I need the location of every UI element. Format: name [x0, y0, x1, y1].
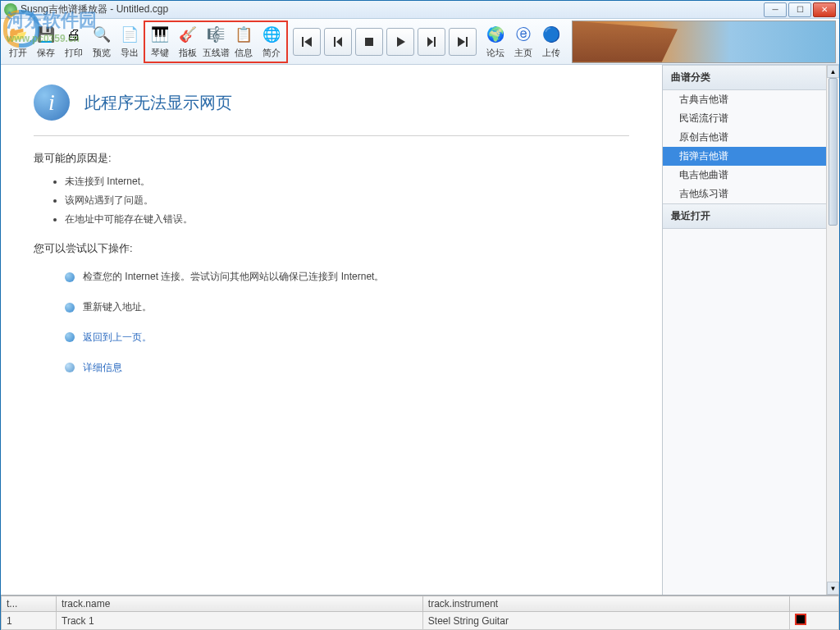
- info-button[interactable]: 📋信息: [230, 21, 258, 62]
- sidebar: 曲谱分类 古典吉他谱民谣流行谱原创吉他谱指弹吉他谱电吉他曲谱吉他练习谱 最近打开: [662, 65, 826, 595]
- actions-list: 检查您的 Internet 连接。尝试访问其他网站以确保已连接到 Interne…: [34, 267, 629, 377]
- error-heading: i 此程序无法显示网页: [34, 84, 629, 121]
- reasons-header: 最可能的原因是:: [34, 151, 629, 166]
- sidebar-item[interactable]: 民谣流行谱: [663, 109, 826, 128]
- close-button[interactable]: ✕: [813, 2, 836, 17]
- export-button[interactable]: 📄导出: [116, 21, 144, 62]
- expand-icon[interactable]: [65, 363, 75, 372]
- preview-button[interactable]: 🔍预览: [88, 21, 116, 62]
- file-group: 📂打开 💾保存 🖨打印 🔍预览 📄导出: [4, 21, 144, 63]
- maximize-button[interactable]: ☐: [788, 2, 811, 17]
- color-swatch[interactable]: [795, 614, 806, 625]
- prev-button[interactable]: [324, 28, 352, 56]
- scrollbar[interactable]: ▲ ▼: [826, 65, 839, 595]
- category-header: 曲谱分类: [663, 65, 826, 90]
- recent-header: 最近打开: [663, 203, 826, 229]
- sidebar-item[interactable]: 电吉他曲谱: [663, 166, 826, 185]
- app-icon: [4, 3, 17, 16]
- bullet-icon: [65, 303, 75, 313]
- col-num[interactable]: t...: [2, 596, 57, 612]
- back-link[interactable]: 返回到上一页。: [83, 328, 152, 347]
- home-button[interactable]: ⓔ主页: [509, 21, 537, 62]
- track-table: t... track.name track.instrument 1 Track…: [1, 595, 839, 629]
- print-button[interactable]: 🖨打印: [60, 21, 88, 62]
- reasons-list: 未连接到 Internet。 该网站遇到了问题。 在地址中可能存在键入错误。: [34, 172, 629, 228]
- open-button[interactable]: 📂打开: [4, 21, 32, 62]
- playback-group: [291, 21, 478, 63]
- minimize-button[interactable]: ─: [764, 2, 787, 17]
- last-button[interactable]: [449, 28, 477, 56]
- sidebar-item[interactable]: 古典吉他谱: [663, 90, 826, 109]
- web-group: 🌍论坛 ⓔ主页 🔵上传: [482, 21, 565, 63]
- window-title: Susng吉他谱播放器 - Untitled.cgp: [21, 2, 764, 16]
- content-pane: i 此程序无法显示网页 最可能的原因是: 未连接到 Internet。 该网站遇…: [1, 65, 662, 595]
- scroll-up-icon[interactable]: ▲: [827, 65, 839, 78]
- first-button[interactable]: [293, 28, 321, 56]
- titlebar[interactable]: Susng吉他谱播放器 - Untitled.cgp ─ ☐ ✕: [1, 1, 839, 19]
- scroll-down-icon[interactable]: ▼: [827, 582, 839, 595]
- category-list: 古典吉他谱民谣流行谱原创吉他谱指弹吉他谱电吉他曲谱吉他练习谱: [663, 90, 826, 203]
- bullet-icon: [65, 272, 75, 282]
- fretboard-button[interactable]: 🎸指板: [174, 21, 202, 62]
- main-area: i 此程序无法显示网页 最可能的原因是: 未连接到 Internet。 该网站遇…: [1, 65, 839, 595]
- svg-rect-0: [365, 38, 373, 46]
- save-button[interactable]: 💾保存: [32, 21, 60, 62]
- scroll-thumb[interactable]: [829, 78, 838, 226]
- col-color[interactable]: [789, 596, 838, 612]
- intro-button[interactable]: 🌐简介: [258, 21, 285, 62]
- table-row[interactable]: 1 Track 1 Steel String Guitar: [2, 612, 839, 630]
- banner-image: [572, 21, 836, 63]
- sidebar-item[interactable]: 原创吉他谱: [663, 128, 826, 147]
- info-icon: i: [34, 84, 70, 121]
- view-group-highlighted: 🎹琴键 🎸指板 🎼五线谱 📋信息 🌐简介: [144, 21, 288, 63]
- more-info-link[interactable]: 详细信息: [83, 358, 122, 377]
- table-header-row: t... track.name track.instrument: [2, 596, 839, 612]
- toolbar: 📂打开 💾保存 🖨打印 🔍预览 📄导出 🎹琴键 🎸指板 🎼五线谱 📋信息 🌐简介…: [1, 19, 839, 65]
- stop-button[interactable]: [355, 28, 383, 56]
- next-button[interactable]: [418, 28, 445, 56]
- bullet-icon: [65, 332, 75, 342]
- forum-button[interactable]: 🌍论坛: [482, 21, 509, 62]
- sidebar-item[interactable]: 吉他练习谱: [663, 185, 826, 203]
- try-header: 您可以尝试以下操作:: [34, 241, 629, 256]
- col-instrument[interactable]: track.instrument: [422, 596, 789, 612]
- keyboard-button[interactable]: 🎹琴键: [146, 21, 174, 62]
- play-button[interactable]: [386, 28, 414, 56]
- staff-button[interactable]: 🎼五线谱: [202, 21, 230, 62]
- col-name[interactable]: track.name: [57, 596, 423, 612]
- upload-button[interactable]: 🔵上传: [537, 21, 565, 62]
- sidebar-item[interactable]: 指弹吉他谱: [663, 147, 826, 166]
- app-window: Susng吉他谱播放器 - Untitled.cgp ─ ☐ ✕ 河东软件园 w…: [0, 0, 840, 630]
